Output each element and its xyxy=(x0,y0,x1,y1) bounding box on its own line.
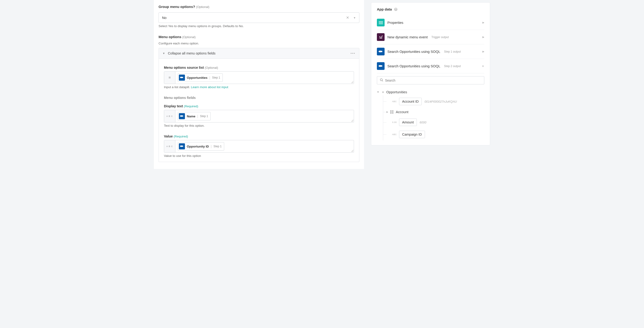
optional-tag: (Optional) xyxy=(196,5,210,9)
tree-title: Opportunities xyxy=(386,90,407,94)
chevron-down-icon: ▼ xyxy=(377,91,380,93)
help-icon[interactable]: ? xyxy=(394,8,398,11)
chevron-down-icon: ▼ xyxy=(162,52,165,55)
chevron-right-icon: ▶ xyxy=(482,21,484,24)
pill-name: Opportunities xyxy=(187,76,208,79)
type-tag: 0.00 xyxy=(386,121,397,123)
svg-point-7 xyxy=(380,79,382,81)
svg-rect-11 xyxy=(390,112,392,114)
main-form-panel: Group menu options? (Optional) No ✕ ▼ Se… xyxy=(154,0,364,169)
text-type-icon: A B C xyxy=(164,110,175,122)
tree-field-account[interactable]: ▶ Account xyxy=(383,108,484,116)
value-input[interactable]: A B C Opportunity ID | Step 1 xyxy=(164,140,354,153)
type-tag: ABC xyxy=(386,100,397,103)
chevron-right-icon: ▶ xyxy=(482,50,484,53)
clear-icon[interactable]: ✕ xyxy=(346,16,349,20)
sidebar-title: App data ? xyxy=(377,7,484,11)
group-menu-select[interactable]: No ✕ ▼ xyxy=(158,12,359,23)
pill-step: Step 1 xyxy=(214,145,222,148)
salesforce-icon xyxy=(179,75,185,81)
search-icon xyxy=(380,78,383,82)
datapill-name[interactable]: Name | Step 1 xyxy=(178,112,210,120)
field-pill[interactable]: Amount xyxy=(399,118,417,126)
data-label: New dynamic menu event xyxy=(388,35,428,39)
salesforce-icon xyxy=(377,62,384,70)
data-tree: ▼ ≡ Opportunities ABC Account ID 0014P00… xyxy=(377,89,484,140)
tree-body: ABC Account ID 0014P000027nJuKQAU ▶ Acco… xyxy=(383,95,484,140)
svg-point-4 xyxy=(381,36,382,37)
data-source-step2[interactable]: Search Opportunities using SOQL Step 2 o… xyxy=(377,59,484,73)
tree-field-amount[interactable]: 0.00 Amount 6000 xyxy=(383,116,484,128)
source-list-input[interactable]: ≡ Opportunities | Step 1 xyxy=(164,71,354,84)
text-type-icon: A B C xyxy=(164,140,175,152)
data-sub: Trigger output xyxy=(432,36,449,39)
section-label: Menu options fields xyxy=(164,96,354,100)
data-source-trigger[interactable]: New dynamic menu event Trigger output ▶ xyxy=(377,30,484,44)
field-label: Group menu options? xyxy=(158,5,195,9)
salesforce-icon xyxy=(179,113,185,119)
field-label: Menu options source list xyxy=(164,66,204,69)
svg-rect-0 xyxy=(379,21,383,22)
field-help: Text to display for this option. xyxy=(164,124,354,127)
tree-root[interactable]: ▼ ≡ Opportunities xyxy=(377,89,484,95)
display-text-field: Display text (Required) A B C Name | Ste… xyxy=(164,104,354,127)
collapse-body: Menu options source list (Optional) ≡ Op… xyxy=(158,59,359,162)
datapill-opportunities[interactable]: Opportunities | Step 1 xyxy=(178,73,223,82)
optional-tag: (Optional) xyxy=(182,35,196,39)
pill-name: Name xyxy=(187,115,196,118)
search-box[interactable] xyxy=(377,76,484,84)
chevron-down-icon[interactable]: ▼ xyxy=(353,16,356,19)
group-menu-field: Group menu options? (Optional) No ✕ ▼ Se… xyxy=(158,5,359,28)
optional-tag: (Optional) xyxy=(205,66,218,69)
svg-rect-5 xyxy=(380,38,382,38)
pill-name: Opportunity ID xyxy=(187,145,209,148)
object-icon xyxy=(390,110,394,114)
resize-handle[interactable] xyxy=(351,150,353,152)
field-pill[interactable]: Account ID xyxy=(399,98,422,105)
svg-rect-2 xyxy=(379,24,383,24)
select-value: No xyxy=(162,16,346,20)
salesforce-icon xyxy=(179,143,185,149)
app-data-panel: App data ? Properties ▶ New dynamic menu… xyxy=(371,2,490,145)
type-tag: ABC xyxy=(386,133,397,136)
pill-step: Step 1 xyxy=(212,76,220,79)
svg-point-6 xyxy=(382,35,382,36)
learn-more-link[interactable]: Learn more about list input xyxy=(191,85,228,89)
collapse-title: Collapse all menu options fields xyxy=(168,51,350,55)
field-sample: 6000 xyxy=(420,121,426,124)
field-help: Select Yes to display menu options in gr… xyxy=(158,24,359,28)
chevron-right-icon: ▶ xyxy=(482,36,484,39)
svg-rect-9 xyxy=(390,110,392,112)
datapill-opportunity-id[interactable]: Opportunity ID | Step 1 xyxy=(178,142,224,150)
collapse-header[interactable]: ▼ Collapse all menu options fields ••• xyxy=(158,48,359,59)
tree-field-campaign-id[interactable]: ABC Campaign ID xyxy=(383,128,484,140)
field-help: Configure each menu option. xyxy=(158,42,359,45)
data-label: Search Opportunities using SOQL xyxy=(388,50,440,54)
chevron-right-icon[interactable]: ▶ xyxy=(386,111,389,113)
source-list-field: Menu options source list (Optional) ≡ Op… xyxy=(164,66,354,89)
field-label: Menu options xyxy=(158,35,182,39)
more-icon[interactable]: ••• xyxy=(350,51,356,55)
field-label: Value xyxy=(164,134,173,138)
field-name: Account xyxy=(396,110,408,114)
data-source-properties[interactable]: Properties ▶ xyxy=(377,16,484,30)
svg-rect-1 xyxy=(379,23,383,23)
svg-point-3 xyxy=(380,36,380,37)
resize-handle[interactable] xyxy=(351,81,353,83)
field-sample: 0014P000027nJuKQAU xyxy=(424,100,457,103)
value-field: Value (Required) A B C Opportunity ID | … xyxy=(164,134,354,157)
required-tag: (Required) xyxy=(184,104,198,108)
field-pill[interactable]: Campaign ID xyxy=(399,131,425,138)
bot-icon xyxy=(377,33,384,41)
svg-rect-10 xyxy=(392,110,394,112)
display-text-input[interactable]: A B C Name | Step 1 xyxy=(164,110,354,122)
tree-field-account-id[interactable]: ABC Account ID 0014P000027nJuKQAU xyxy=(383,95,484,108)
required-tag: (Required) xyxy=(174,135,188,138)
data-source-step1[interactable]: Search Opportunities using SOQL Step 1 o… xyxy=(377,44,484,59)
resize-handle[interactable] xyxy=(351,119,353,122)
chevron-down-icon: ▼ xyxy=(482,65,484,68)
search-input[interactable] xyxy=(385,79,481,82)
field-help: Input a list datapill. Learn more about … xyxy=(164,85,354,89)
properties-icon xyxy=(377,19,384,27)
field-label: Display text xyxy=(164,104,183,108)
